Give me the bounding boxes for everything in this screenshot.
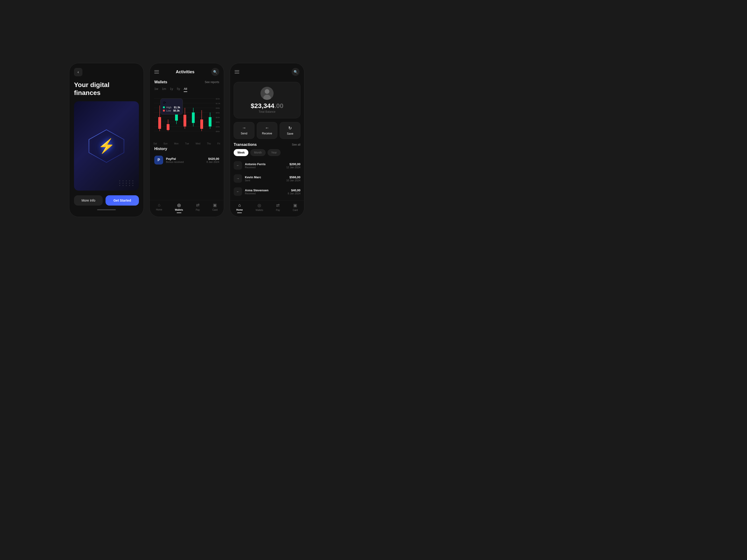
receive-label: Receive: [262, 132, 272, 135]
wallets-label-3: Wallets: [256, 209, 263, 211]
nav-wallets-3[interactable]: ◎ Wallets: [256, 203, 263, 213]
menu-button-3[interactable]: [235, 70, 239, 74]
back-button[interactable]: ‹: [74, 68, 82, 76]
tab-year[interactable]: Year: [267, 149, 281, 156]
nav-home-3[interactable]: ⌂ Home: [236, 203, 243, 213]
action-buttons-3: → Send ← Receive ↻ Save: [230, 122, 304, 142]
antonio-sub: Received: [245, 166, 266, 169]
anna-name: Anna Stevensen: [245, 189, 268, 192]
tab-week[interactable]: Week: [234, 149, 248, 156]
balance-cents: .00: [274, 102, 283, 109]
more-info-button[interactable]: More Info: [74, 195, 103, 206]
hexagon-container: ⚡: [88, 130, 125, 162]
save-icon: ↻: [288, 126, 292, 131]
pay-icon-3: ⇄: [276, 203, 280, 208]
transaction-anna[interactable]: ← Anna Stevensen Received $40,00 8 Jan 2…: [230, 185, 304, 198]
antonio-icon: ←: [234, 161, 242, 170]
home-label-3: Home: [236, 209, 243, 211]
card-icon-3: ▣: [293, 203, 297, 208]
paypal-info: PayPal Bonus received: [166, 157, 184, 163]
card-icon-2: ▣: [213, 203, 217, 208]
save-label: Save: [287, 132, 293, 135]
label-thu: Thu: [207, 142, 211, 145]
wallets-icon-3: ◎: [257, 203, 261, 208]
tooltip-high-value: $1.3k: [174, 106, 180, 109]
svg-rect-18: [158, 117, 161, 129]
pay-label-3: Pay: [276, 209, 280, 211]
kevin-name: Kevin Marc: [245, 176, 261, 179]
anna-info: Anna Stevensen Received: [245, 189, 268, 195]
history-section: History P PayPal Bonus received $420,00 …: [150, 145, 224, 167]
spacer: [150, 167, 224, 200]
tooltip-low-value: $0.3k: [173, 109, 180, 112]
see-reports-link[interactable]: See reports: [205, 80, 219, 84]
avatar: [260, 87, 274, 100]
anna-amount: $40,00 8 Jan 2024: [288, 189, 301, 195]
tab-1y[interactable]: 1y: [170, 86, 173, 92]
paypal-value: $420,00: [207, 157, 219, 161]
home-indicator: [97, 209, 116, 210]
tab-1m[interactable]: 1m: [162, 86, 166, 92]
tooltip-high-row: High $1.3k: [163, 106, 180, 109]
get-started-button[interactable]: Get Started: [105, 195, 139, 206]
decorative-dots: [119, 180, 134, 186]
tab-5y[interactable]: 5y: [177, 86, 180, 92]
pay-icon-2: ⇄: [196, 203, 200, 208]
transaction-kevin[interactable]: → Kevin Marc Sent $566,00 10 Jan 2024: [230, 172, 304, 185]
page-title: Your digital finances: [74, 81, 139, 97]
wallets-label-2: Wallets: [175, 209, 183, 211]
bottom-nav-2: ⌂ Home ◎ Wallets ⇄ Pay ▣ Card: [150, 200, 224, 217]
card-label-3: Card: [293, 209, 298, 211]
antonio-value: $200,00: [286, 162, 301, 166]
kevin-info: Kevin Marc Sent: [245, 176, 261, 182]
phones-container: ‹ Your digital finances: [69, 63, 304, 217]
send-button[interactable]: → Send: [234, 122, 254, 139]
wallets-underline-2: [177, 213, 181, 213]
pay-label-2: Pay: [196, 209, 200, 211]
menu-button[interactable]: [154, 70, 159, 74]
kevin-amount: $566,00 10 Jan 2024: [286, 176, 301, 182]
home-underline-3: [237, 213, 242, 213]
period-tabs: Week Month Year: [230, 149, 304, 159]
tooltip-high-label: High: [166, 106, 172, 109]
menu-line-1: [154, 70, 159, 71]
transactions-header: Transactions See all: [230, 142, 304, 149]
history-item-paypal[interactable]: P PayPal Bonus received $420,00 8 Jan 20…: [154, 153, 219, 167]
search-button-3[interactable]: 🔍: [291, 68, 300, 76]
label-sun: Sun: [163, 142, 168, 145]
anna-sub: Received: [245, 192, 268, 195]
tab-all[interactable]: All: [184, 86, 187, 92]
anna-date: 8 Jan 2024: [288, 192, 301, 195]
see-all-link[interactable]: See all: [292, 143, 301, 146]
menu-line-3-1: [235, 70, 239, 71]
card-label-2: Card: [212, 209, 217, 211]
nav-card-3[interactable]: ▣ Card: [293, 203, 298, 213]
label-tue: Tue: [185, 142, 189, 145]
chart-tooltip: ⟳ High $1.3k Low $0.3k: [160, 99, 183, 114]
history-title: History: [154, 147, 219, 151]
receive-button[interactable]: ← Receive: [257, 122, 278, 139]
nav-pay-3[interactable]: ⇄ Pay: [276, 203, 280, 213]
nav-wallets-2[interactable]: ◎ Wallets: [175, 203, 183, 213]
nav-card-2[interactable]: ▣ Card: [212, 203, 217, 213]
paypal-icon: P: [154, 156, 163, 164]
svg-text:$02k: $02k: [216, 116, 220, 118]
nav-home-2[interactable]: ⌂ Home: [156, 203, 162, 213]
save-button[interactable]: ↻ Save: [280, 122, 301, 139]
svg-text:$40k: $40k: [216, 121, 220, 123]
phone-2: Activities 🔍 Wallets See reports 1w 1m 1…: [149, 63, 224, 217]
send-icon: →: [242, 126, 246, 130]
balance-main: $23,344: [251, 102, 274, 109]
tab-1w[interactable]: 1w: [154, 86, 158, 92]
phone-3: 🔍 $23,344.00: [230, 63, 304, 217]
nav-pay-2[interactable]: ⇄ Pay: [196, 203, 200, 213]
transaction-antonio[interactable]: ← Antonio Ferris Received $200,00 12 Jan…: [230, 159, 304, 172]
wallets-icon-2: ◎: [177, 203, 181, 208]
tab-month[interactable]: Month: [250, 149, 265, 156]
avatar-image: [260, 87, 274, 100]
send-label: Send: [241, 132, 247, 135]
svg-rect-26: [192, 112, 195, 123]
menu-line-2: [154, 72, 159, 72]
search-button[interactable]: 🔍: [211, 68, 219, 76]
lightning-icon: ⚡: [98, 138, 115, 154]
